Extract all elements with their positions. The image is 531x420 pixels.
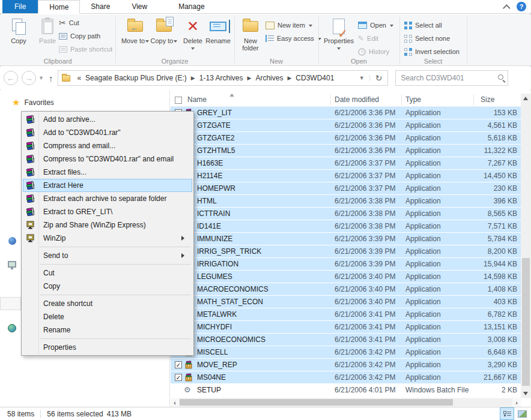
easy-access-button[interactable]: Easy access xyxy=(266,32,321,44)
menu-item-properties[interactable]: Properties xyxy=(23,341,192,354)
table-row[interactable]: ✓ ICTTRAIN 6/21/2006 3:38 PM Application… xyxy=(171,208,521,220)
menu-item-send-to[interactable]: Send to xyxy=(23,249,192,262)
column-header-name[interactable]: Name xyxy=(187,95,207,104)
table-row[interactable]: ✓ LEGUMES 6/21/2006 3:40 PM Application … xyxy=(171,271,521,283)
menu-item-compress-and-email[interactable]: Compress and email... xyxy=(23,139,192,152)
edit-button[interactable]: ✎ Edit xyxy=(358,32,378,44)
thumbnail-view-button[interactable] xyxy=(515,408,529,419)
open-button[interactable]: Open xyxy=(358,19,393,31)
scroll-down-icon[interactable] xyxy=(521,388,531,398)
menu-item-create-shortcut[interactable]: Create shortcut xyxy=(23,297,192,310)
table-row[interactable]: ✓ MATH_STAT_ECON 6/21/2006 3:40 PM Appli… xyxy=(171,296,521,308)
table-row[interactable]: ✓ MACROECONOMICS 6/21/2006 3:40 PM Appli… xyxy=(171,283,521,296)
move-to-button[interactable]: ← Move to xyxy=(120,16,150,55)
network-sphere-icon[interactable] xyxy=(8,237,16,245)
menu-item-zip-and-share-winzip-express[interactable]: Zip and Share (WinZip Express) xyxy=(23,218,192,232)
table-row[interactable]: ✓ MS04NE 6/21/2006 3:42 PM Application 2… xyxy=(171,371,521,384)
tab-view[interactable]: View xyxy=(121,0,158,13)
table-row[interactable]: ✓ GTZGATE 6/21/2006 3:36 PM Application … xyxy=(171,119,521,132)
breadcrumb-item[interactable]: CD3WD401 xyxy=(294,74,335,82)
menu-item-add-to-archive[interactable]: Add to archive... xyxy=(23,113,192,126)
globe-icon[interactable] xyxy=(8,324,16,332)
table-row[interactable]: ✓ H1663E 6/21/2006 3:37 PM Application 7… xyxy=(171,157,521,170)
paste-shortcut-button[interactable]: Paste shortcut xyxy=(59,43,112,55)
table-row[interactable]: ✓ MICHYDFI 6/21/2006 3:41 PM Application… xyxy=(171,321,521,334)
scroll-up-icon[interactable] xyxy=(521,94,531,104)
table-row[interactable]: ✓ ID141E 6/21/2006 3:38 PM Application 7… xyxy=(171,220,521,233)
menu-item-winzip[interactable]: WinZip xyxy=(23,232,192,245)
details-view-button[interactable] xyxy=(500,408,514,419)
up-button[interactable]: ↑ xyxy=(49,73,53,83)
breadcrumb-separator-icon[interactable]: ▶ xyxy=(244,75,254,81)
table-row[interactable]: ✓ HOMEPWR 6/21/2006 3:37 PM Application … xyxy=(171,182,521,195)
tab-manage[interactable]: Manage xyxy=(158,0,225,13)
scroll-left-icon[interactable]: ‹ xyxy=(171,399,179,406)
menu-item-extract-each-archive-to-separate-folder[interactable]: Extract each archive to separate folder xyxy=(23,192,192,205)
menu-item-compress-to-cd3wd401-rar-and-email[interactable]: Compress to "CD3WD401.rar" and email xyxy=(23,152,192,166)
horizontal-scroll-track[interactable] xyxy=(179,398,512,406)
select-all-checkbox[interactable] xyxy=(175,97,182,104)
table-row[interactable]: ✓ METALWRK 6/21/2006 3:41 PM Application… xyxy=(171,308,521,321)
scroll-right-icon[interactable]: › xyxy=(512,399,521,406)
column-divider[interactable] xyxy=(473,95,474,105)
search-input[interactable] xyxy=(396,71,508,85)
breadcrumb[interactable]: « Seagate Backup Plus Drive (E:)▶1-13 Ar… xyxy=(58,70,388,86)
breadcrumb-item[interactable]: Archives xyxy=(254,74,284,82)
table-row[interactable]: ✓ H2114E 6/21/2006 3:37 PM Application 1… xyxy=(171,170,521,182)
forward-button[interactable]: → xyxy=(22,71,36,85)
horizontal-scroll-thumb[interactable] xyxy=(180,399,453,406)
table-row[interactable]: ✓ IMMUNIZE 6/21/2006 3:39 PM Application… xyxy=(171,233,521,245)
menu-item-extract-to-grey-lit[interactable]: Extract to GREY_LIT\ xyxy=(23,205,192,218)
horizontal-scrollbar[interactable]: ‹ › xyxy=(171,398,521,407)
breadcrumb-item[interactable]: Seagate Backup Plus Drive (E:) xyxy=(84,74,188,82)
table-row[interactable]: ✓ ⚙ SETUP 6/21/2006 4:01 PM Windows Batc… xyxy=(171,384,521,397)
tab-share[interactable]: Share xyxy=(80,0,121,13)
column-divider[interactable] xyxy=(330,95,331,105)
column-header-size[interactable]: Size xyxy=(481,95,494,104)
menu-item-cut[interactable]: Cut xyxy=(23,266,192,280)
properties-button[interactable]: Properties xyxy=(322,16,356,55)
table-row[interactable]: ✓ MICROECONOMICS 6/21/2006 3:41 PM Appli… xyxy=(171,334,521,346)
copy-to-button[interactable]: Copy to xyxy=(149,16,179,55)
select-all-button[interactable]: Select all xyxy=(404,19,442,31)
column-header-date[interactable]: Date modified xyxy=(335,95,379,104)
menu-item-extract-here[interactable]: Extract Here xyxy=(23,179,192,192)
menu-item-add-to-cd3wd401-rar[interactable]: Add to "CD3WD401.rar" xyxy=(23,126,192,139)
tab-home[interactable]: Home xyxy=(38,0,80,14)
table-row[interactable]: ✓ MISCELL 6/21/2006 3:42 PM Application … xyxy=(171,346,521,359)
menu-item-rename[interactable]: Rename xyxy=(23,323,192,337)
vertical-scroll-thumb[interactable] xyxy=(522,258,530,386)
column-header-type[interactable]: Type xyxy=(405,95,421,104)
cut-button[interactable]: ✂ Cut xyxy=(59,17,79,29)
new-folder-button[interactable]: New folder xyxy=(235,16,266,55)
table-row[interactable]: ✓ GREY_LIT 6/21/2006 3:36 PM Application… xyxy=(171,107,521,119)
column-divider[interactable] xyxy=(401,95,402,105)
table-row[interactable]: ✓ IRRIGATION 6/21/2006 3:39 PM Applicati… xyxy=(171,258,521,271)
table-row[interactable]: ✓ MOVE_REP 6/21/2006 3:42 PM Application… xyxy=(171,359,521,371)
this-pc-icon[interactable] xyxy=(8,261,16,268)
table-row[interactable]: ✓ HTML 6/21/2006 3:38 PM Application 396… xyxy=(171,195,521,208)
new-item-button[interactable]: New item xyxy=(266,19,312,31)
menu-item-delete[interactable]: Delete xyxy=(23,310,192,323)
rename-button[interactable]: Rename xyxy=(203,16,233,55)
help-icon[interactable]: ? xyxy=(517,2,526,11)
minimize-ribbon-icon[interactable] xyxy=(503,4,511,12)
table-row[interactable]: ✓ GTZGATE2 6/21/2006 3:36 PM Application… xyxy=(171,132,521,145)
paste-button[interactable]: Paste xyxy=(32,16,62,55)
row-checkbox[interactable]: ✓ xyxy=(175,374,182,381)
breadcrumb-item[interactable]: 1-13 Archives xyxy=(198,74,244,82)
menu-item-extract-files[interactable]: Extract files... xyxy=(23,166,192,179)
sidebar-item-favorites[interactable]: ★ Favorites xyxy=(12,97,54,108)
breadcrumb-separator-icon[interactable]: ▶ xyxy=(188,75,198,81)
breadcrumb-separator-icon[interactable]: ▶ xyxy=(284,75,294,81)
menu-item-copy[interactable]: Copy xyxy=(23,280,192,293)
copy-button[interactable]: Copy xyxy=(4,16,34,55)
back-button[interactable]: ← xyxy=(4,71,18,85)
breadcrumb-overflow[interactable]: « xyxy=(74,74,84,82)
vertical-scrollbar[interactable] xyxy=(521,94,531,398)
history-button[interactable]: History xyxy=(358,46,389,58)
refresh-icon[interactable]: ↻ xyxy=(370,73,388,83)
table-row[interactable]: ✓ GTZHTML5 6/21/2006 3:36 PM Application… xyxy=(171,145,521,157)
address-dropdown-icon[interactable]: ▼ xyxy=(354,75,370,81)
recent-locations-caret-icon[interactable]: ▼ xyxy=(38,75,44,81)
